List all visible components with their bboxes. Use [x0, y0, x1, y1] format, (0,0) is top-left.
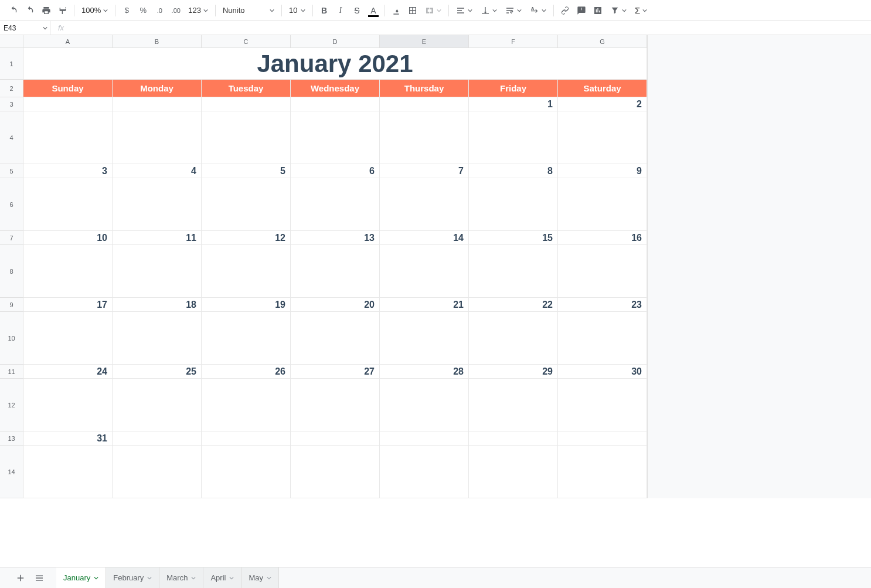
font-size-dropdown[interactable]: 10 [285, 3, 309, 18]
calendar-body-cell[interactable] [23, 178, 113, 231]
date-cell[interactable]: 21 [380, 298, 469, 312]
date-cell[interactable] [202, 97, 291, 111]
redo-button[interactable] [22, 3, 38, 18]
date-cell[interactable] [113, 431, 202, 446]
insert-link-button[interactable] [557, 3, 573, 18]
filter-dropdown[interactable] [607, 3, 630, 18]
date-cell[interactable] [380, 431, 469, 446]
calendar-body-cell[interactable] [558, 245, 647, 298]
add-sheet-button[interactable] [12, 569, 29, 587]
date-cell[interactable]: 2 [558, 97, 647, 111]
day-header[interactable]: Monday [113, 80, 202, 97]
calendar-body-cell[interactable] [23, 312, 113, 365]
date-cell[interactable]: 13 [291, 231, 380, 245]
decrease-decimal-button[interactable]: .0 [152, 3, 167, 18]
calendar-body-cell[interactable] [23, 446, 113, 498]
formula-input[interactable] [72, 21, 871, 35]
sheet-tab[interactable]: January [56, 567, 106, 589]
date-cell[interactable]: 27 [291, 365, 380, 379]
horizontal-align-dropdown[interactable] [452, 3, 476, 18]
calendar-body-cell[interactable] [291, 245, 380, 298]
date-cell[interactable]: 20 [291, 298, 380, 312]
row-header[interactable]: 12 [0, 379, 23, 431]
date-cell[interactable]: 25 [113, 365, 202, 379]
calendar-body-cell[interactable] [469, 379, 558, 431]
date-cell[interactable]: 28 [380, 365, 469, 379]
calendar-body-cell[interactable] [380, 245, 469, 298]
day-header[interactable]: Thursday [380, 80, 469, 97]
sheet-tab[interactable]: March [159, 567, 203, 589]
date-cell[interactable]: 22 [469, 298, 558, 312]
row-header[interactable]: 2 [0, 80, 23, 97]
print-button[interactable] [39, 3, 54, 18]
date-cell[interactable]: 16 [558, 231, 647, 245]
text-wrap-dropdown[interactable] [502, 3, 525, 18]
increase-decimal-button[interactable]: .00 [168, 3, 183, 18]
fill-color-button[interactable] [389, 3, 404, 18]
all-sheets-button[interactable] [30, 569, 48, 587]
sheet-tab[interactable]: May [241, 567, 279, 589]
date-cell[interactable] [291, 97, 380, 111]
paint-format-button[interactable] [55, 3, 70, 18]
date-cell[interactable] [202, 431, 291, 446]
calendar-body-cell[interactable] [23, 379, 113, 431]
calendar-body-cell[interactable] [380, 111, 469, 164]
text-rotation-dropdown[interactable] [526, 3, 550, 18]
date-cell[interactable]: 31 [23, 431, 113, 446]
calendar-body-cell[interactable] [113, 178, 202, 231]
day-header[interactable]: Wednesday [291, 80, 380, 97]
calendar-body-cell[interactable] [558, 446, 647, 498]
format-currency-button[interactable]: $ [119, 3, 134, 18]
calendar-body-cell[interactable] [380, 446, 469, 498]
zoom-dropdown[interactable]: 100% [78, 3, 111, 18]
bold-button[interactable]: B [317, 3, 332, 18]
calendar-body-cell[interactable] [380, 178, 469, 231]
name-box[interactable]: E43 [0, 21, 50, 35]
calendar-body-cell[interactable] [23, 111, 113, 164]
date-cell[interactable]: 7 [380, 164, 469, 178]
borders-button[interactable] [405, 3, 420, 18]
calendar-body-cell[interactable] [291, 178, 380, 231]
calendar-body-cell[interactable] [202, 245, 291, 298]
column-header[interactable]: D [291, 35, 380, 47]
row-header[interactable]: 10 [0, 312, 23, 365]
calendar-body-cell[interactable] [558, 312, 647, 365]
calendar-body-cell[interactable] [113, 446, 202, 498]
calendar-body-cell[interactable] [558, 379, 647, 431]
row-header[interactable]: 1 [0, 48, 23, 80]
date-cell[interactable]: 24 [23, 365, 113, 379]
column-header[interactable]: B [113, 35, 202, 47]
sheet-tab[interactable]: February [106, 567, 159, 589]
row-header[interactable]: 3 [0, 97, 23, 111]
date-cell[interactable]: 1 [469, 97, 558, 111]
date-cell[interactable]: 10 [23, 231, 113, 245]
calendar-body-cell[interactable] [202, 178, 291, 231]
date-cell[interactable] [113, 97, 202, 111]
strikethrough-button[interactable]: S [349, 3, 365, 18]
row-header[interactable]: 4 [0, 111, 23, 164]
row-header[interactable]: 13 [0, 431, 23, 446]
date-cell[interactable]: 3 [23, 164, 113, 178]
text-color-button[interactable]: A [366, 3, 381, 18]
date-cell[interactable]: 17 [23, 298, 113, 312]
row-header[interactable]: 5 [0, 164, 23, 178]
calendar-body-cell[interactable] [113, 245, 202, 298]
date-cell[interactable]: 8 [469, 164, 558, 178]
row-header[interactable]: 6 [0, 178, 23, 231]
calendar-body-cell[interactable] [23, 245, 113, 298]
date-cell[interactable]: 18 [113, 298, 202, 312]
calendar-body-cell[interactable] [291, 111, 380, 164]
format-percent-button[interactable]: % [135, 3, 151, 18]
column-header[interactable]: C [202, 35, 291, 47]
calendar-body-cell[interactable] [558, 111, 647, 164]
calendar-body-cell[interactable] [113, 312, 202, 365]
calendar-body-cell[interactable] [469, 111, 558, 164]
calendar-body-cell[interactable] [291, 446, 380, 498]
calendar-body-cell[interactable] [202, 379, 291, 431]
undo-button[interactable] [6, 3, 21, 18]
row-header[interactable]: 7 [0, 231, 23, 245]
insert-chart-button[interactable] [590, 3, 605, 18]
day-header[interactable]: Sunday [23, 80, 113, 97]
calendar-body-cell[interactable] [469, 245, 558, 298]
date-cell[interactable] [380, 97, 469, 111]
